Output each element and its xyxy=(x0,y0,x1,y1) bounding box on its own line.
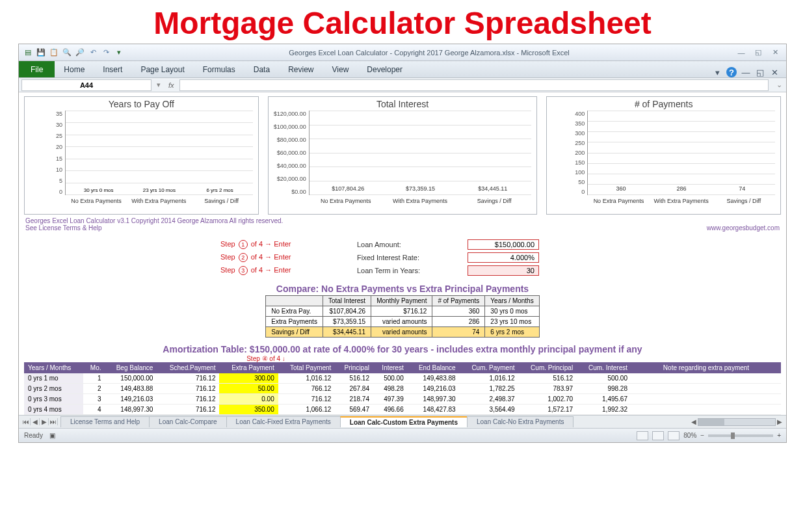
ytick: 5 xyxy=(27,178,62,184)
ribbon-tab-data[interactable]: Data xyxy=(244,62,279,77)
cmp-row: Savings / Diff$34,445.11varied amounts74… xyxy=(266,327,539,338)
close-window-icon[interactable]: ✕ xyxy=(769,47,781,58)
ribbon-tab-formulas[interactable]: Formulas xyxy=(194,62,244,77)
ytick: 30 xyxy=(27,122,62,128)
help-icon[interactable]: ? xyxy=(726,67,737,77)
view-normal-icon[interactable] xyxy=(637,431,648,440)
website-link[interactable]: www.georgesbudget.com xyxy=(707,224,780,232)
license-link[interactable]: See License Terms & Help xyxy=(25,224,102,232)
formula-bar-expand-icon[interactable]: ⌄ xyxy=(772,81,786,89)
qat-dropdown-icon[interactable]: ▾ xyxy=(114,47,124,58)
cmp-header: Years / Months xyxy=(485,296,539,306)
hscroll-left-icon[interactable]: ◀ xyxy=(691,418,696,425)
step-input-2[interactable]: 30 xyxy=(468,265,539,276)
ytick: $20,000.00 xyxy=(271,176,306,182)
binoculars-icon[interactable]: 🔍 xyxy=(62,47,72,58)
file-tab[interactable]: File xyxy=(19,61,55,77)
ribbon-tab-review[interactable]: Review xyxy=(279,62,323,77)
amortization-table: Years / MonthsMo.Beg BalanceSched.Paymen… xyxy=(24,362,781,415)
ytick: 100 xyxy=(549,169,585,176)
chart-title: Years to Pay Off xyxy=(25,97,258,111)
name-box[interactable]: A44 xyxy=(21,79,152,91)
redo-icon[interactable]: ↷ xyxy=(101,47,111,58)
extra-payment-cell[interactable]: 50.00 xyxy=(219,384,278,394)
ytick: $0.00 xyxy=(271,189,306,195)
step-input-1[interactable]: 4.000% xyxy=(468,252,539,263)
worksheet-area[interactable]: Years to Pay Off3530252015105030 yrs 0 m… xyxy=(19,92,786,415)
print-preview-icon[interactable]: 📋 xyxy=(49,47,59,58)
ytick: $120,000.00 xyxy=(271,111,306,117)
extra-payment-cell[interactable]: 300.00 xyxy=(219,373,278,384)
tab-nav-first-icon[interactable]: ⏮ xyxy=(21,418,31,425)
zoom-slider[interactable] xyxy=(708,434,773,437)
amort-header: Sched.Payment xyxy=(157,362,219,373)
amort-header: Note regarding extra payment xyxy=(631,362,781,373)
formula-input[interactable] xyxy=(179,79,769,91)
zoom-thumb[interactable] xyxy=(731,432,735,439)
sheet-tab[interactable]: Loan Calc-Compare xyxy=(149,416,227,427)
tab-nav-last-icon[interactable]: ⏭ xyxy=(49,418,58,425)
step-row: Step 3 of 4 → EnterLoan Term in Years:30 xyxy=(220,264,585,277)
amort-header: Extra Payment xyxy=(219,362,278,373)
save-icon[interactable]: 💾 xyxy=(36,47,46,58)
ribbon-tabs: File Home Insert Page Layout Formulas Da… xyxy=(19,61,786,78)
sheet-tab[interactable]: Loan Calc-Fixed Extra Payments xyxy=(226,416,341,427)
table-row[interactable]: 0 yrs 2 mos2149,483.88716.1250.00766.122… xyxy=(24,384,781,394)
extra-payment-cell[interactable]: 0.00 xyxy=(219,394,278,405)
tab-nav-prev-icon[interactable]: ◀ xyxy=(31,418,40,425)
excel-icon: ▤ xyxy=(23,47,33,58)
hscroll-right-icon[interactable]: ▶ xyxy=(777,418,782,425)
xtick: No Extra Payments xyxy=(317,198,375,204)
xtick: No Extra Payments xyxy=(589,198,648,204)
namebox-dropdown-icon[interactable]: ▾ xyxy=(154,81,163,89)
sheet-tab[interactable]: License Terms and Help xyxy=(60,416,150,427)
xtick: No Extra Payments xyxy=(67,198,125,204)
minimize-window-icon[interactable]: — xyxy=(735,47,747,58)
table-row[interactable]: 0 yrs 3 mos3149,216.03716.120.00716.1221… xyxy=(24,394,781,405)
hscroll-thumb[interactable] xyxy=(698,419,724,425)
table-row[interactable]: 0 yrs 4 mos4148,997.30716.12350.001,066.… xyxy=(24,405,781,415)
bar-label: 286 xyxy=(662,185,701,192)
sheet-tab[interactable]: Loan Calc-Custom Extra Payments xyxy=(340,416,468,427)
status-ready: Ready xyxy=(24,432,43,439)
restore-window-icon[interactable]: ◱ xyxy=(752,47,764,58)
charts-container: Years to Pay Off3530252015105030 yrs 0 m… xyxy=(24,96,781,215)
ribbon-tab-page-layout[interactable]: Page Layout xyxy=(131,62,193,77)
view-pagelayout-icon[interactable] xyxy=(652,431,664,440)
zoom-level[interactable]: 80% xyxy=(683,432,696,439)
extra-payment-cell[interactable]: 350.00 xyxy=(219,405,278,415)
tab-nav-next-icon[interactable]: ▶ xyxy=(40,418,49,425)
ytick: 400 xyxy=(549,111,585,117)
table-row[interactable]: 0 yrs 1 mo1150,000.00716.12300.001,016.1… xyxy=(24,373,781,384)
macro-record-icon[interactable]: ▣ xyxy=(49,432,55,439)
xtick: With Extra Payments xyxy=(652,198,711,204)
ribbon-tab-insert[interactable]: Insert xyxy=(94,62,131,77)
find-icon[interactable]: 🔎 xyxy=(75,47,85,58)
bar-label: 74 xyxy=(722,185,761,192)
fx-icon[interactable]: fx xyxy=(163,81,179,89)
undo-icon[interactable]: ↶ xyxy=(88,47,98,58)
ytick: 0 xyxy=(549,189,585,195)
ribbon-collapse-icon[interactable]: ▾ xyxy=(712,67,722,77)
ribbon-tab-home[interactable]: Home xyxy=(55,62,94,77)
workbook-minimize-icon[interactable]: — xyxy=(741,67,751,77)
bar-label: $107,804.26 xyxy=(328,185,367,192)
chart-0[interactable]: Years to Pay Off3530252015105030 yrs 0 m… xyxy=(24,96,259,215)
chart-2[interactable]: # of Payments400350300250200150100500360… xyxy=(546,96,781,215)
step-input-0[interactable]: $150,000.00 xyxy=(468,239,539,250)
workbook-restore-icon[interactable]: ◱ xyxy=(755,67,765,77)
sheet-tab[interactable]: Loan Calc-No Extra Payments xyxy=(467,416,574,427)
ytick: 250 xyxy=(549,140,585,146)
cmp-header: Monthly Payment xyxy=(371,296,432,306)
ribbon-tab-view[interactable]: View xyxy=(323,62,358,77)
zoom-in-icon[interactable]: + xyxy=(777,432,781,439)
view-pagebreak-icon[interactable] xyxy=(668,431,680,440)
xtick: With Extra Payments xyxy=(391,198,449,204)
ribbon-tab-developer[interactable]: Developer xyxy=(358,62,412,77)
zoom-out-icon[interactable]: − xyxy=(700,432,704,439)
step-row: Step 1 of 4 → EnterLoan Amount:$150,000.… xyxy=(220,238,585,251)
workbook-close-icon[interactable]: ✕ xyxy=(769,67,780,77)
hscroll-track[interactable] xyxy=(698,418,776,426)
chart-1[interactable]: Total Interest$120,000.00$100,000.00$80,… xyxy=(268,96,538,215)
xtick: Savings / Diff xyxy=(465,198,523,204)
